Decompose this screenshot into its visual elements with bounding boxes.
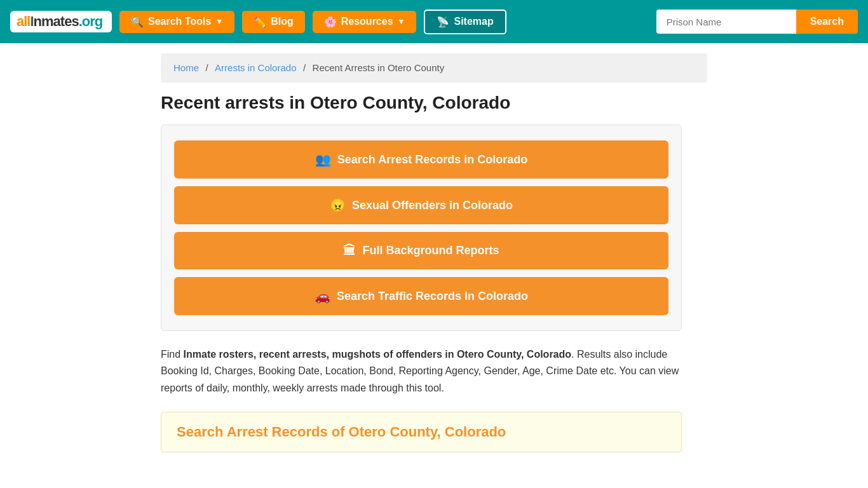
- blog-button[interactable]: ✏️ Blog: [242, 11, 305, 33]
- chevron-down-icon-2: ▼: [398, 17, 405, 26]
- breadcrumb: Home / Arrests in Colorado / Recent Arre…: [161, 53, 707, 83]
- description-bold: Inmate rosters, recent arrests, mugshots…: [184, 349, 571, 360]
- arrest-records-label: Search Arrest Records in Colorado: [337, 153, 527, 166]
- offender-icon: 😠: [330, 198, 346, 213]
- arrest-records-button[interactable]: 👥 Search Arrest Records in Colorado: [174, 140, 668, 179]
- car-icon: 🚗: [315, 288, 330, 304]
- search-tools-label: Search Tools: [148, 16, 211, 27]
- resources-label: Resources: [341, 16, 393, 27]
- people-icon: 👥: [315, 152, 331, 167]
- sitemap-icon: 📡: [437, 16, 449, 28]
- resources-button[interactable]: 🌸 Resources ▼: [313, 11, 417, 33]
- breadcrumb-sep-2: /: [303, 62, 306, 73]
- breadcrumb-current: Recent Arrests in Otero County: [313, 62, 445, 73]
- section-heading: Search Arrest Records of Otero County, C…: [177, 424, 666, 440]
- background-reports-button[interactable]: 🏛 Full Background Reports: [174, 232, 668, 269]
- traffic-records-button[interactable]: 🚗 Search Traffic Records In Colorado: [174, 277, 668, 315]
- prison-search-group: Search: [656, 10, 858, 34]
- page-title: Recent arrests in Otero County, Colorado: [161, 93, 707, 113]
- sitemap-label: Sitemap: [454, 16, 493, 27]
- description-intro: Find: [161, 349, 184, 360]
- breadcrumb-sep-1: /: [205, 62, 208, 73]
- search-button-label: Search: [810, 16, 844, 27]
- resources-icon: 🌸: [324, 16, 337, 28]
- traffic-records-label: Search Traffic Records In Colorado: [337, 290, 528, 303]
- search-icon: 🔍: [131, 16, 144, 28]
- blog-icon: ✏️: [254, 16, 266, 28]
- breadcrumb-home[interactable]: Home: [173, 62, 199, 73]
- chevron-down-icon: ▼: [215, 17, 223, 26]
- navbar: allInmates.org 🔍 Search Tools ▼ ✏️ Blog …: [0, 0, 868, 43]
- sexual-offenders-label: Sexual Offenders in Colorado: [352, 199, 513, 212]
- breadcrumb-arrests-colorado[interactable]: Arrests in Colorado: [215, 62, 296, 73]
- search-tools-button[interactable]: 🔍 Search Tools ▼: [119, 11, 234, 33]
- logo-text: allInmates.org: [17, 13, 102, 30]
- blog-label: Blog: [271, 16, 294, 27]
- sexual-offenders-button[interactable]: 😠 Sexual Offenders in Colorado: [174, 186, 668, 224]
- prison-search-input[interactable]: [656, 10, 796, 34]
- building-icon: 🏛: [343, 243, 356, 258]
- sitemap-button[interactable]: 📡 Sitemap: [424, 10, 506, 34]
- description-text: Find Inmate rosters, recent arrests, mug…: [161, 346, 682, 396]
- action-card: 👥 Search Arrest Records in Colorado 😠 Se…: [161, 125, 682, 331]
- background-reports-label: Full Background Reports: [362, 244, 499, 257]
- prison-search-button[interactable]: Search: [796, 10, 858, 34]
- main-content: Home / Arrests in Colorado / Recent Arre…: [148, 53, 720, 471]
- section-heading-box: Search Arrest Records of Otero County, C…: [161, 412, 682, 452]
- logo[interactable]: allInmates.org: [10, 11, 112, 32]
